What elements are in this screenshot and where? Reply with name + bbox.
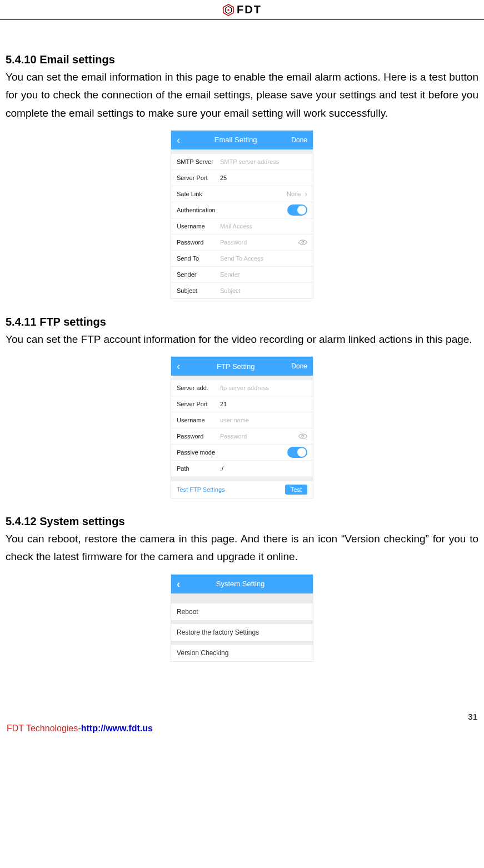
screen-spacer [171, 593, 313, 603]
ftp-server-label: Server add. [177, 385, 220, 391]
sender-row[interactable]: Sender Sender [171, 266, 313, 282]
chevron-right-icon: › [305, 189, 307, 198]
section-body-ftp: You can set the FTP account information … [6, 331, 478, 348]
footer-url[interactable]: http://www.fdt.us [81, 724, 153, 733]
test-ftp-link[interactable]: Test FTP Settings [177, 486, 225, 493]
version-row[interactable]: Version Checking [171, 645, 313, 661]
path-row[interactable]: Path ./ [171, 460, 313, 476]
path-input[interactable]: ./ [220, 465, 307, 472]
logo: FDT [222, 3, 262, 16]
auth-toggle[interactable] [287, 204, 307, 216]
sender-label: Sender [177, 271, 220, 278]
screen-spacer [171, 149, 313, 154]
subject-label: Subject [177, 287, 220, 294]
subject-row[interactable]: Subject Subject [171, 282, 313, 298]
user-input[interactable]: Mail Access [220, 223, 307, 230]
svg-point-3 [299, 240, 307, 245]
ftp-pass-row[interactable]: Password Password [171, 428, 313, 444]
user-label: Username [177, 223, 220, 230]
page-number: 31 [7, 712, 477, 721]
system-screen-header: ‹ System Setting [171, 575, 313, 593]
done-button[interactable]: Done [291, 136, 307, 144]
safe-value: None › [287, 189, 307, 198]
username-row[interactable]: Username Mail Access [171, 218, 313, 234]
section-heading-system: 5.4.12 System settings [6, 515, 478, 528]
system-screenshot: ‹ System Setting Reboot Restore the fact… [171, 574, 313, 662]
ftp-port-input[interactable]: 21 [220, 401, 307, 407]
screen-spacer [171, 476, 313, 481]
test-ftp-button[interactable]: Test [285, 485, 307, 495]
email-screen-header: ‹ Email Setting Done [171, 131, 313, 149]
smtp-input[interactable]: SMTP server address [220, 158, 307, 165]
sender-input[interactable]: Sender [220, 271, 307, 278]
server-port-row[interactable]: Server Port 25 [171, 169, 313, 186]
page-footer: 31 FDT Technologies-http://www.fdt.us [0, 712, 484, 745]
safe-label: Safe Link [177, 191, 220, 197]
section-body-system: You can reboot, restore the camera in th… [6, 530, 478, 566]
ftp-server-row[interactable]: Server add. ftp server address [171, 380, 313, 396]
sendto-input[interactable]: Send To Access [220, 255, 307, 262]
password-row[interactable]: Password Password [171, 234, 313, 250]
section-heading-email: 5.4.10 Email settings [6, 53, 478, 66]
eye-icon[interactable] [298, 240, 307, 245]
svg-point-5 [299, 434, 307, 438]
screen-spacer [171, 376, 313, 380]
reboot-row[interactable]: Reboot [171, 603, 313, 621]
eye-icon[interactable] [298, 433, 307, 439]
done-button[interactable]: Done [291, 362, 307, 370]
email-screenshot: ‹ Email Setting Done SMTP Server SMTP se… [171, 130, 313, 299]
test-ftp-row: Test FTP Settings Test [171, 481, 313, 498]
pass-label: Password [177, 239, 220, 246]
smtp-label: SMTP Server [177, 158, 220, 165]
ftp-screen-title: FTP Setting [180, 362, 291, 371]
ftp-pass-input[interactable]: Password [220, 433, 298, 440]
logo-text: FDT [237, 3, 262, 16]
pass-input[interactable]: Password [220, 239, 298, 246]
ftp-port-row[interactable]: Server Port 21 [171, 396, 313, 412]
ftp-user-input[interactable]: user name [220, 417, 307, 423]
port-input[interactable]: 25 [220, 174, 307, 181]
page-header: FDT [0, 0, 484, 20]
email-screen-title: Email Setting [180, 136, 291, 144]
subject-input[interactable]: Subject [220, 287, 307, 294]
path-label: Path [177, 465, 220, 472]
system-screen-title: System Setting [180, 580, 301, 588]
ftp-screenshot: ‹ FTP Setting Done Server add. ftp serve… [171, 356, 313, 498]
smtp-server-row[interactable]: SMTP Server SMTP server address [171, 154, 313, 169]
svg-point-4 [302, 241, 304, 243]
ftp-pass-label: Password [177, 433, 220, 440]
sendto-label: Send To [177, 255, 220, 262]
restore-row[interactable]: Restore the factory Settings [171, 624, 313, 641]
section-body-email: You can set the email information in thi… [6, 68, 478, 122]
ftp-server-input[interactable]: ftp server address [220, 385, 307, 391]
sendto-row[interactable]: Send To Send To Access [171, 250, 313, 266]
svg-point-2 [227, 9, 229, 11]
section-heading-ftp: 5.4.11 FTP settings [6, 316, 478, 328]
passive-label: Passive mode [177, 449, 220, 456]
passive-toggle[interactable] [287, 447, 307, 458]
footer-company: FDT Technologies [7, 724, 78, 733]
port-label: Server Port [177, 174, 220, 181]
auth-label: Authentication [177, 207, 220, 213]
logo-icon [222, 4, 234, 16]
ftp-user-label: Username [177, 417, 220, 423]
ftp-user-row[interactable]: Username user name [171, 412, 313, 428]
authentication-row: Authentication [171, 202, 313, 218]
passive-mode-row: Passive mode [171, 444, 313, 460]
safe-link-row[interactable]: Safe Link None › [171, 186, 313, 202]
svg-point-6 [302, 435, 304, 437]
ftp-screen-header: ‹ FTP Setting Done [171, 357, 313, 376]
ftp-port-label: Server Port [177, 401, 220, 407]
